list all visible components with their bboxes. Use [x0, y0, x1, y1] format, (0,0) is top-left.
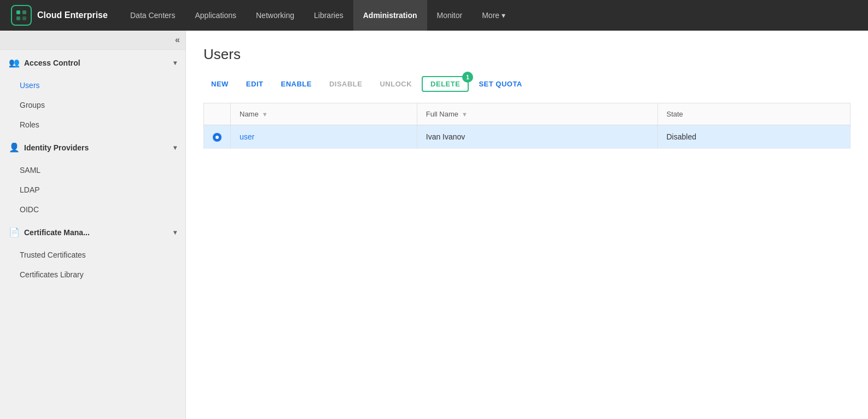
chevron-down-icon-certificate-management: ▾ — [173, 229, 177, 236]
sidebar-item-users[interactable]: Users — [0, 75, 185, 95]
chevron-down-icon-identity-providers: ▾ — [173, 144, 177, 152]
page-title: Users — [203, 46, 850, 63]
filter-icon-name[interactable]: ▼ — [262, 111, 268, 118]
table-header: Name ▼ Full Name ▼ State — [204, 103, 850, 125]
sidebar-item-roles[interactable]: Roles — [0, 115, 185, 135]
sidebar-scroll: 👥 Access Control ▾ Users Groups Roles 👤 … — [0, 50, 185, 419]
sidebar: « 👥 Access Control ▾ Users Groups Roles … — [0, 31, 186, 419]
main-content: Users NEW EDIT ENABLE DISABLE UNLOCK DEL… — [186, 31, 868, 419]
svg-rect-2 — [16, 16, 20, 20]
sidebar-section-label-access-control: Access Control — [24, 59, 80, 67]
user-fullname-cell: Ivan Ivanov — [417, 125, 657, 149]
nav-item-administration[interactable]: Administration — [353, 0, 427, 31]
sidebar-section-identity-providers: 👤 Identity Providers ▾ SAML LDAP OIDC — [0, 135, 185, 219]
top-navigation: Cloud Enterprise Data Centers Applicatio… — [0, 0, 868, 31]
people-icon: 👥 — [9, 57, 20, 68]
new-button[interactable]: NEW — [203, 77, 236, 91]
table-header-fullname: Full Name ▼ — [417, 103, 657, 125]
chevron-down-icon-access-control: ▾ — [173, 59, 177, 67]
unlock-button: UNLOCK — [372, 77, 420, 91]
sidebar-item-certificates-library[interactable]: Certificates Library — [0, 265, 185, 284]
nav-item-monitor[interactable]: Monitor — [427, 0, 473, 31]
nav-item-datacenters[interactable]: Data Centers — [120, 0, 185, 31]
sidebar-section-header-certificate-management[interactable]: 📄 Certificate Mana... ▾ — [0, 219, 185, 245]
row-radio[interactable] — [204, 125, 231, 149]
sidebar-section-header-identity-providers[interactable]: 👤 Identity Providers ▾ — [0, 135, 185, 160]
svg-rect-3 — [22, 16, 26, 20]
toolbar: NEW EDIT ENABLE DISABLE UNLOCK DELETE 1 … — [203, 76, 850, 92]
sidebar-section-header-access-control[interactable]: 👥 Access Control ▾ — [0, 50, 185, 75]
user-name-link[interactable]: user — [240, 132, 254, 141]
table-header-name: Name ▼ — [231, 103, 417, 125]
sidebar-item-trusted-certificates[interactable]: Trusted Certificates — [0, 245, 185, 265]
nav-items: Data Centers Applications Networking Lib… — [120, 0, 868, 31]
table-header-select — [204, 103, 231, 125]
table-row[interactable]: user Ivan Ivanov Disabled — [204, 125, 850, 149]
user-state-cell: Disabled — [657, 125, 850, 149]
table-header-state: State — [657, 103, 850, 125]
sidebar-section-access-control: 👥 Access Control ▾ Users Groups Roles — [0, 50, 185, 135]
chevron-down-icon: ▾ — [502, 11, 505, 20]
disable-button: DISABLE — [322, 77, 370, 91]
delete-button[interactable]: DELETE 1 — [422, 76, 469, 92]
main-layout: « 👥 Access Control ▾ Users Groups Roles … — [0, 31, 868, 419]
sidebar-item-ldap[interactable]: LDAP — [0, 180, 185, 200]
id-icon: 👤 — [9, 142, 20, 153]
logo-icon — [11, 5, 32, 26]
sidebar-section-label-identity-providers: Identity Providers — [24, 143, 89, 152]
collapse-icon[interactable]: « — [175, 35, 180, 45]
edit-button[interactable]: EDIT — [238, 77, 271, 91]
sidebar-collapse-button[interactable]: « — [0, 31, 185, 50]
cert-icon: 📄 — [9, 227, 20, 237]
nav-item-applications[interactable]: Applications — [185, 0, 246, 31]
sidebar-section-label-certificate-management: Certificate Mana... — [24, 228, 90, 237]
nav-item-libraries[interactable]: Libraries — [304, 0, 353, 31]
delete-button-label: DELETE — [430, 80, 460, 88]
user-name-cell: user — [231, 125, 417, 149]
sidebar-section-certificate-management: 📄 Certificate Mana... ▾ Trusted Certific… — [0, 219, 185, 284]
nav-item-networking[interactable]: Networking — [246, 0, 304, 31]
nav-item-more[interactable]: More ▾ — [472, 0, 515, 31]
app-title: Cloud Enterprise — [37, 10, 108, 20]
sidebar-item-saml[interactable]: SAML — [0, 160, 185, 180]
sidebar-item-groups[interactable]: Groups — [0, 95, 185, 115]
users-table: Name ▼ Full Name ▼ State — [203, 103, 850, 149]
table-body: user Ivan Ivanov Disabled — [204, 125, 850, 149]
enable-button[interactable]: ENABLE — [273, 77, 319, 91]
logo-area[interactable]: Cloud Enterprise — [0, 5, 120, 26]
sidebar-item-oidc[interactable]: OIDC — [0, 200, 185, 219]
filter-icon-fullname[interactable]: ▼ — [462, 111, 468, 118]
svg-rect-1 — [22, 10, 26, 14]
radio-selected-icon — [213, 133, 222, 142]
set-quota-button[interactable]: SET QUOTA — [471, 77, 529, 91]
svg-rect-0 — [16, 10, 20, 14]
